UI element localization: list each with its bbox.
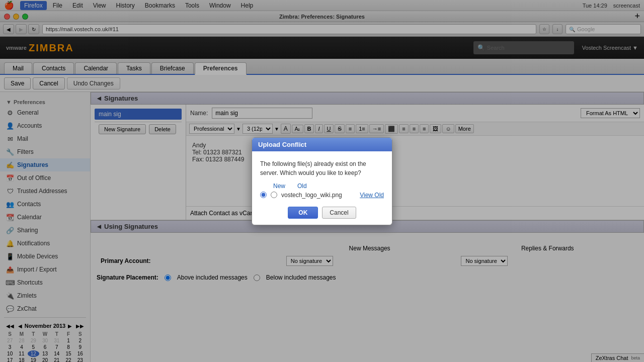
conflict-message: The following file(s) already exist on t… <box>260 159 384 177</box>
filename: vostech_logo_wiki.png <box>281 192 356 199</box>
modal-overlay: Upload Conflict The following file(s) al… <box>0 0 644 362</box>
keep-old-radio[interactable] <box>271 192 277 198</box>
radio-headers: New Old <box>260 183 384 190</box>
new-label: New <box>273 183 285 190</box>
modal-ok-button[interactable]: OK <box>288 207 318 219</box>
modal-footer: OK Cancel <box>252 203 392 225</box>
view-old-link[interactable]: View Old <box>360 192 384 199</box>
modal-titlebar: Upload Conflict <box>252 138 392 151</box>
modal-cancel-button[interactable]: Cancel <box>322 207 356 219</box>
modal-title: Upload Conflict <box>258 141 306 148</box>
file-row: vostech_logo_wiki.png View Old <box>260 192 384 199</box>
old-label: Old <box>297 183 307 190</box>
modal-body: The following file(s) already exist on t… <box>252 151 392 203</box>
upload-conflict-dialog: Upload Conflict The following file(s) al… <box>252 137 392 225</box>
keep-new-radio[interactable] <box>260 192 267 198</box>
